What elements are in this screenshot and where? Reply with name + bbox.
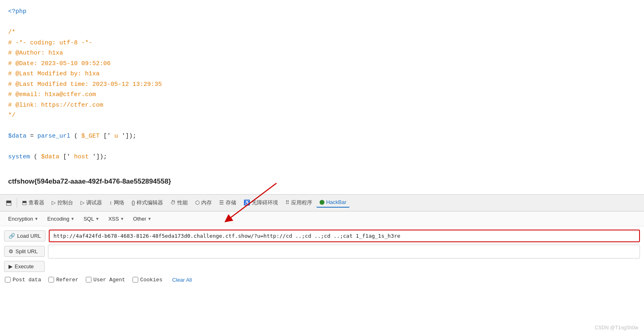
cookies-check[interactable]: Cookies [133, 277, 163, 283]
accessibility-icon: ♿ [244, 199, 250, 206]
tab-network-label: 网络 [114, 199, 124, 206]
tab-console-label: 控制台 [57, 199, 73, 206]
style-editor-icon: {} [132, 199, 135, 206]
other-label: Other [133, 216, 146, 222]
tab-viewer-label: 查看器 [28, 199, 44, 206]
tab-network[interactable]: ↕ 网络 [106, 197, 128, 208]
cookies-checkbox[interactable] [133, 277, 138, 283]
tab-application-label: 应用程序 [291, 199, 312, 206]
tab-storage-label: 存储 [226, 199, 236, 206]
encryption-label: Encryption [8, 216, 33, 222]
tab-accessibility-label: 无障碍环境 [252, 199, 278, 206]
sql-label: SQL [83, 216, 94, 222]
code-line-php: <?php [8, 7, 636, 17]
sql-caret-icon: ▼ [95, 217, 99, 221]
split-url-button[interactable]: ⚙ Split URL [4, 246, 45, 257]
code-system: system ( $data [' host ']); [8, 152, 636, 162]
tab-viewer[interactable]: ⬒ 查看器 [19, 197, 48, 208]
execute-button[interactable]: ▶ Execute [4, 261, 45, 272]
performance-icon: ⏱ [170, 199, 176, 206]
watermark: CSDN @T1ngSh0w [595, 325, 638, 331]
tab-storage[interactable]: ☰ 存储 [216, 197, 239, 208]
referer-check[interactable]: Referer [48, 277, 78, 283]
hackbar-menu: Encryption ▼ Encoding ▼ SQL ▼ XSS ▼ Othe… [0, 212, 644, 226]
split-url-row: ⚙ Split URL [4, 245, 640, 259]
inspector-icon: ⬒ [6, 199, 12, 206]
debugger-icon: ▷ [80, 199, 85, 206]
tab-hackbar-label: HackBar [326, 199, 346, 205]
post-data-label: Post data [13, 277, 41, 283]
tab-style-editor[interactable]: {} 样式编辑器 [128, 197, 167, 208]
tab-accessibility[interactable]: ♿ 无障碍环境 [240, 197, 281, 208]
sql-menu[interactable]: SQL ▼ [79, 214, 103, 223]
tab-performance-label: 性能 [177, 199, 188, 206]
xss-menu[interactable]: XSS ▼ [104, 214, 128, 223]
devtools-toolbar: ⬒ ⬒ 查看器 ▷ 控制台 ▷ 调试器 ↕ 网络 {} 样式编辑器 ⏱ 性能 ⬡ [0, 194, 644, 211]
xss-caret-icon: ▼ [120, 217, 124, 221]
cookies-label: Cookies [140, 277, 163, 283]
tab-memory-label: 内存 [201, 199, 212, 206]
checkbox-row: Post data Referer User Agent Cookies Cle… [4, 274, 640, 285]
memory-icon: ⬡ [195, 199, 200, 206]
xss-label: XSS [108, 216, 119, 222]
other-caret-icon: ▼ [148, 217, 152, 221]
other-menu[interactable]: Other ▼ [129, 214, 155, 223]
load-url-label: Load URL [17, 233, 41, 239]
tab-memory[interactable]: ⬡ 内存 [192, 197, 215, 208]
encoding-caret-icon: ▼ [71, 217, 75, 221]
tab-inspector[interactable]: ⬒ [2, 197, 15, 208]
hackbar-dot-icon [320, 200, 324, 205]
flag-text: ctfshow{594eba72-aaae-492f-b476-8ae55289… [8, 176, 636, 188]
network-icon: ↕ [109, 199, 112, 206]
post-data-check[interactable]: Post data [5, 277, 41, 283]
tab-hackbar[interactable]: HackBar [316, 197, 350, 208]
load-url-button[interactable]: 🔗 Load URL [4, 230, 46, 241]
user-agent-checkbox[interactable] [86, 277, 91, 283]
execute-icon: ▶ [9, 263, 13, 269]
referer-label: Referer [56, 277, 78, 283]
encryption-menu[interactable]: Encryption ▼ [4, 214, 42, 223]
referer-checkbox[interactable] [48, 277, 54, 283]
user-agent-label: User Agent [94, 277, 125, 283]
console-icon: ▷ [52, 199, 56, 206]
split-url-icon: ⚙ [9, 248, 13, 254]
tab-performance[interactable]: ⏱ 性能 [167, 197, 191, 208]
split-url-label: Split URL [15, 248, 38, 254]
application-icon: ⠿ [285, 199, 289, 206]
tab-application[interactable]: ⠿ 应用程序 [282, 197, 315, 208]
user-agent-check[interactable]: User Agent [86, 277, 125, 283]
tab-console[interactable]: ▷ 控制台 [48, 197, 76, 208]
execute-row: ▶ Execute [4, 261, 640, 272]
execute-label: Execute [15, 263, 34, 269]
url-input[interactable] [49, 230, 640, 242]
tab-debugger-label: 调试器 [86, 199, 102, 206]
encryption-caret-icon: ▼ [34, 217, 38, 221]
tab-debugger[interactable]: ▷ 调试器 [77, 197, 105, 208]
post-data-checkbox[interactable] [5, 277, 11, 283]
encoding-menu[interactable]: Encoding ▼ [43, 214, 78, 223]
hackbar-panel: Encryption ▼ Encoding ▼ SQL ▼ XSS ▼ Othe… [0, 211, 644, 289]
storage-icon: ☰ [219, 199, 224, 206]
split-url-textarea[interactable] [48, 245, 640, 259]
code-block-comment: /* # -*- coding: utf-8 -*- # @Author: h1… [8, 27, 636, 121]
hackbar-content: 🔗 Load URL ⚙ Split URL ▶ Execute [0, 226, 644, 289]
viewer-icon: ⬒ [22, 199, 27, 206]
encoding-label: Encoding [47, 216, 69, 222]
clear-all-button[interactable]: Clear All [170, 276, 194, 284]
url-row: 🔗 Load URL [4, 230, 640, 242]
code-area: <?php /* # -*- coding: utf-8 -*- # @Auth… [0, 0, 644, 194]
code-parse-url: $data = parse_url ( $_GET [' u ']); [8, 131, 636, 142]
load-url-icon: 🔗 [9, 233, 15, 239]
tab-style-editor-label: 样式编辑器 [137, 199, 163, 206]
